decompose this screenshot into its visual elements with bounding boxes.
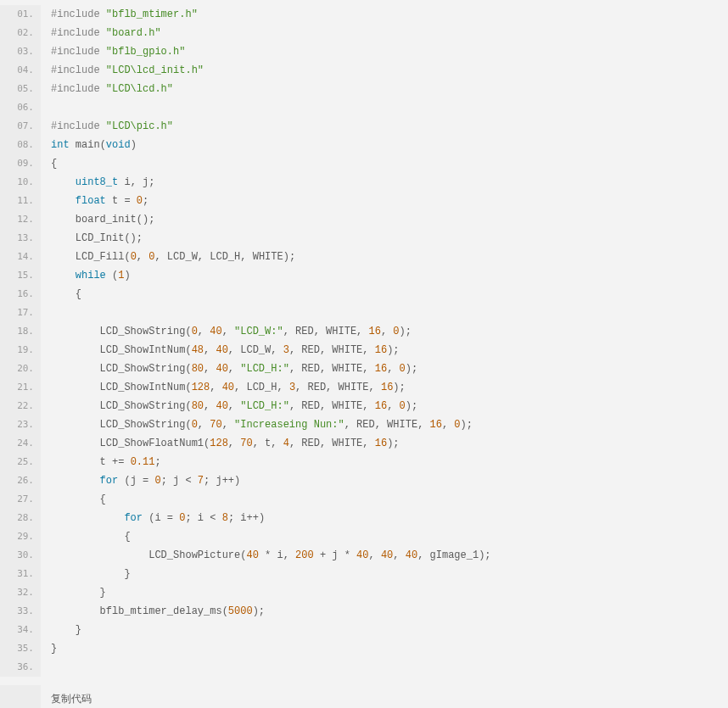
code-content: { [41, 154, 57, 173]
code-content: uint8_t i, j; [41, 173, 154, 192]
code-line: 29. { [0, 527, 728, 546]
code-line: 27. { [0, 490, 728, 509]
line-number: 01. [0, 5, 41, 24]
code-line: 07.#include "LCD\pic.h" [0, 117, 728, 136]
code-content: LCD_Init(); [41, 229, 143, 248]
code-content: { [41, 490, 106, 509]
line-number: 08. [0, 136, 41, 154]
code-content: LCD_ShowFloatNum1(128, 70, t, 4, RED, WH… [41, 434, 400, 453]
code-line: 13. LCD_Init(); [0, 229, 728, 248]
line-number: 05. [0, 80, 41, 98]
copy-gutter [0, 685, 41, 708]
code-line: 34. } [0, 621, 728, 639]
code-line: 33. bflb_mtimer_delay_ms(5000); [0, 602, 728, 621]
code-content: } [41, 621, 81, 639]
code-block: 01.#include "bflb_mtimer.h"02.#include "… [0, 0, 728, 708]
line-number: 25. [0, 453, 41, 471]
code-content [41, 98, 57, 117]
copy-row: 复制代码 [0, 685, 728, 708]
code-line: 11. float t = 0; [0, 192, 728, 210]
line-number: 27. [0, 490, 41, 509]
code-content: for (i = 0; i < 8; i++) [41, 509, 265, 527]
code-content: LCD_ShowString(0, 70, "Increaseing Nun:"… [41, 415, 473, 434]
code-line: 19. LCD_ShowIntNum(48, 40, LCD_W, 3, RED… [0, 341, 728, 360]
line-number: 24. [0, 434, 41, 453]
code-content: LCD_ShowIntNum(48, 40, LCD_W, 3, RED, WH… [41, 341, 400, 360]
code-line: 32. } [0, 583, 728, 602]
line-number: 21. [0, 378, 41, 397]
code-line: 14. LCD_Fill(0, 0, LCD_W, LCD_H, WHITE); [0, 248, 728, 266]
line-number: 11. [0, 192, 41, 210]
code-line: 30. LCD_ShowPicture(40 * i, 200 + j * 40… [0, 546, 728, 565]
line-number: 13. [0, 229, 41, 248]
line-number: 32. [0, 583, 41, 602]
code-content: #include "LCD\lcd.h" [41, 80, 173, 98]
line-number: 18. [0, 322, 41, 341]
code-line: 21. LCD_ShowIntNum(128, 40, LCD_H, 3, RE… [0, 378, 728, 397]
code-line: 18. LCD_ShowString(0, 40, "LCD_W:", RED,… [0, 322, 728, 341]
code-line: 23. LCD_ShowString(0, 70, "Increaseing N… [0, 415, 728, 434]
code-line: 09.{ [0, 154, 728, 173]
code-content: board_init(); [41, 210, 154, 229]
code-content: bflb_mtimer_delay_ms(5000); [41, 602, 265, 621]
line-number: 09. [0, 154, 41, 173]
copy-code-link[interactable]: 复制代码 [41, 685, 92, 708]
code-content: LCD_ShowIntNum(128, 40, LCD_H, 3, RED, W… [41, 378, 406, 397]
code-line: 05.#include "LCD\lcd.h" [0, 80, 728, 98]
line-number: 16. [0, 285, 41, 304]
code-content: #include "bflb_mtimer.h" [41, 5, 198, 24]
code-content: for (j = 0; j < 7; j++) [41, 471, 240, 490]
code-content: } [41, 639, 57, 658]
line-number: 20. [0, 360, 41, 378]
code-content [41, 304, 57, 322]
code-line: 08.int main(void) [0, 136, 728, 154]
line-number: 03. [0, 42, 41, 61]
code-content: LCD_ShowString(0, 40, "LCD_W:", RED, WHI… [41, 322, 412, 341]
code-content: while (1) [41, 266, 131, 285]
code-content: LCD_ShowString(80, 40, "LCD_H:", RED, WH… [41, 397, 417, 415]
code-line: 02.#include "board.h" [0, 24, 728, 42]
code-line: 06. [0, 98, 728, 117]
code-content [41, 658, 57, 677]
code-content: #include "bflb_gpio.h" [41, 42, 185, 61]
line-number: 06. [0, 98, 41, 117]
line-number: 34. [0, 621, 41, 639]
code-content: { [41, 285, 81, 304]
line-number: 23. [0, 415, 41, 434]
code-line: 31. } [0, 565, 728, 583]
code-content: float t = 0; [41, 192, 148, 210]
code-content: LCD_Fill(0, 0, LCD_W, LCD_H, WHITE); [41, 248, 295, 266]
line-number: 26. [0, 471, 41, 490]
code-content: #include "LCD\lcd_init.h" [41, 61, 204, 80]
code-line: 01.#include "bflb_mtimer.h" [0, 5, 728, 24]
code-content: #include "LCD\pic.h" [41, 117, 173, 136]
code-content: } [41, 583, 106, 602]
line-number: 14. [0, 248, 41, 266]
line-number: 17. [0, 304, 41, 322]
line-number: 28. [0, 509, 41, 527]
code-line: 03.#include "bflb_gpio.h" [0, 42, 728, 61]
code-line: 20. LCD_ShowString(80, 40, "LCD_H:", RED… [0, 360, 728, 378]
code-content: int main(void) [41, 136, 137, 154]
line-number: 15. [0, 266, 41, 285]
code-content: t += 0.11; [41, 453, 161, 471]
code-content: LCD_ShowPicture(40 * i, 200 + j * 40, 40… [41, 546, 491, 565]
code-content: #include "board.h" [41, 24, 161, 42]
code-line: 28. for (i = 0; i < 8; i++) [0, 509, 728, 527]
line-number: 33. [0, 602, 41, 621]
code-line: 15. while (1) [0, 266, 728, 285]
line-number: 19. [0, 341, 41, 360]
code-line: 12. board_init(); [0, 210, 728, 229]
code-content: } [41, 565, 131, 583]
code-line: 04.#include "LCD\lcd_init.h" [0, 61, 728, 80]
line-number: 02. [0, 24, 41, 42]
code-content: { [41, 527, 131, 546]
code-line: 35.} [0, 639, 728, 658]
code-content: LCD_ShowString(80, 40, "LCD_H:", RED, WH… [41, 360, 417, 378]
code-lines: 01.#include "bflb_mtimer.h"02.#include "… [0, 5, 728, 677]
line-number: 12. [0, 210, 41, 229]
code-line: 26. for (j = 0; j < 7; j++) [0, 471, 728, 490]
code-line: 16. { [0, 285, 728, 304]
code-line: 22. LCD_ShowString(80, 40, "LCD_H:", RED… [0, 397, 728, 415]
line-number: 35. [0, 639, 41, 658]
